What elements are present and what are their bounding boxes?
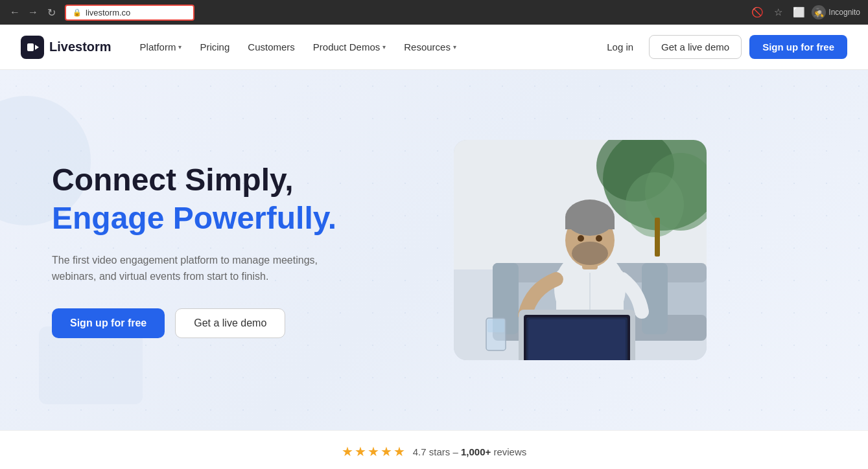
resources-chevron-icon: ▾ [453,43,456,51]
logo-text: Livestorm [49,40,111,54]
nav-platform-label: Platform [140,41,176,52]
nav-product-demos-label: Product Demos [313,41,380,52]
nav-pricing-label: Pricing [200,41,229,52]
lock-icon: 🔒 [73,8,82,17]
svg-marker-1 [35,45,39,50]
logo-icon [21,36,44,59]
star-5: ★ [393,444,405,459]
svg-rect-30 [487,319,504,332]
hero-bg-shape-left2 [39,326,143,404]
hero-demo-button[interactable]: Get a live demo [175,308,285,338]
incognito-badge: 🕵 Incognito [812,5,860,19]
reviews-separator: – [452,446,458,457]
nav-platform[interactable]: Platform ▾ [132,36,190,58]
hero-headline-blue: Engage Powerfully. [52,200,415,236]
camera-off-icon[interactable]: 🚫 [749,5,765,20]
star-2: ★ [355,444,366,459]
reviews-bar: ★ ★ ★ ★ ★ 4.7 stars – 1,000+ reviews [0,430,868,469]
nav-resources-label: Resources [404,41,451,52]
svg-rect-13 [642,263,668,334]
platform-chevron-icon: ▾ [178,43,182,51]
reviews-label: reviews [493,446,526,457]
demos-chevron-icon: ▾ [382,43,386,51]
star-icon[interactable]: ☆ [770,5,786,20]
browser-chrome: ← → ↻ 🔒 livestorm.co 🚫 ☆ ⬜ 🕵 Incognito [0,0,868,25]
logo-link[interactable]: Livestorm [21,36,111,59]
login-button[interactable]: Log in [599,36,641,58]
svg-rect-27 [528,319,626,360]
svg-point-21 [578,235,584,242]
signup-button[interactable]: Sign up for free [749,35,847,59]
star-4: ★ [381,444,392,459]
nav-resources[interactable]: Resources ▾ [396,36,464,58]
incognito-label: Incognito [828,8,860,17]
hero-section: Connect Simply, Engage Powerfully. The f… [0,70,868,430]
hero-left: Connect Simply, Engage Powerfully. The f… [52,162,415,338]
site-navbar: Livestorm Platform ▾ Pricing Customers P… [0,25,868,70]
svg-point-23 [572,242,608,265]
star-3: ★ [368,444,379,459]
svg-rect-20 [565,216,615,229]
hero-subtext: The first video engagement platform to m… [52,252,324,285]
hero-signup-button[interactable]: Sign up for free [52,308,165,338]
url-text: livestorm.co [86,8,130,17]
svg-point-22 [596,235,602,242]
browser-nav-buttons: ← → ↻ [8,5,58,19]
get-demo-button[interactable]: Get a live demo [649,35,742,59]
reload-button[interactable]: ↻ [44,5,58,19]
star-1: ★ [342,444,353,459]
nav-links: Platform ▾ Pricing Customers Product Dem… [132,36,600,58]
hero-buttons: Sign up for free Get a live demo [52,308,415,338]
reviews-text: 4.7 stars – 1,000+ reviews [413,446,527,457]
browser-icons: 🚫 ☆ ⬜ 🕵 Incognito [749,5,860,20]
incognito-avatar: 🕵 [812,5,826,19]
nav-customers[interactable]: Customers [240,36,303,58]
review-count: 1,000+ [461,446,491,457]
nav-pricing[interactable]: Pricing [192,36,237,58]
nav-actions: Log in Get a live demo Sign up for free [599,35,847,59]
hero-image [454,140,707,360]
tab-icon[interactable]: ⬜ [791,5,806,20]
rating-value: 4.7 stars [413,446,451,457]
svg-rect-8 [655,218,660,257]
star-rating: ★ ★ ★ ★ ★ [342,444,405,459]
nav-customers-label: Customers [248,41,295,52]
address-bar[interactable]: 🔒 livestorm.co [65,5,194,21]
hero-right [454,140,707,360]
nav-product-demos[interactable]: Product Demos ▾ [305,36,393,58]
forward-button[interactable]: → [26,5,40,19]
svg-rect-0 [27,43,34,51]
address-bar-container: 🔒 livestorm.co [65,5,743,21]
back-button[interactable]: ← [8,5,22,19]
hero-headline-black: Connect Simply, [52,162,415,198]
